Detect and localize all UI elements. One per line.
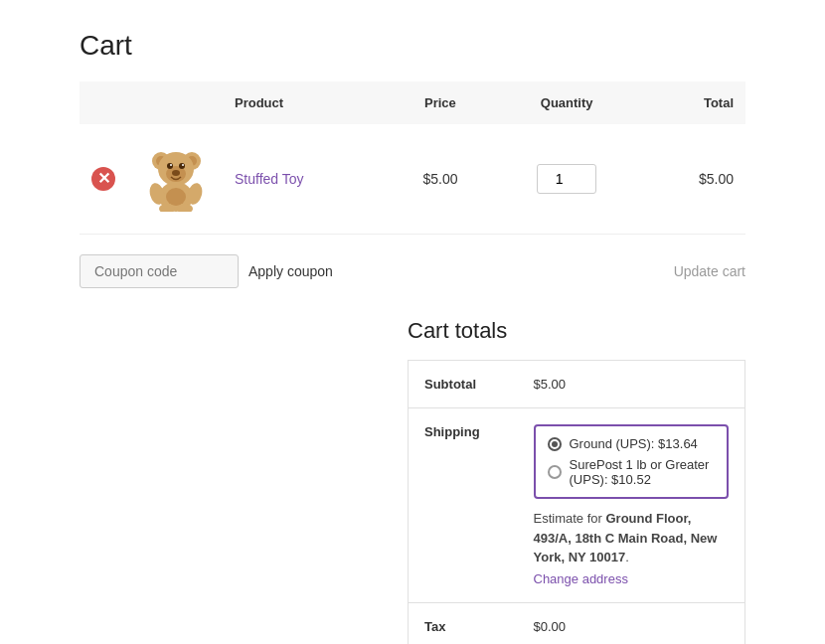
- tax-label: Tax: [409, 602, 518, 644]
- tax-value: $0.00: [518, 602, 745, 644]
- subtotal-label: Subtotal: [409, 361, 518, 408]
- product-link[interactable]: Stuffed Toy: [235, 171, 304, 187]
- col-header-total: Total: [641, 81, 745, 124]
- remove-item-button[interactable]: ✕: [91, 167, 115, 191]
- product-price-cell: $5.00: [388, 124, 492, 235]
- bear-icon: [149, 147, 204, 212]
- change-address-link[interactable]: Change address: [534, 571, 628, 586]
- totals-table: Subtotal $5.00 Shipping Ground (UPS): $1…: [408, 360, 745, 644]
- quantity-input[interactable]: [537, 164, 596, 194]
- product-thumbnail-cell: [129, 124, 223, 235]
- shipping-address: Ground Floor, 493/A, 18th C Main Road, N…: [534, 511, 718, 564]
- svg-point-8: [170, 164, 172, 166]
- subtotal-row: Subtotal $5.00: [409, 361, 745, 408]
- cart-table: Product Price Quantity Total ✕: [80, 81, 745, 235]
- shipping-radio-2[interactable]: [548, 465, 562, 479]
- shipping-option-2-label: SurePost 1 lb or Greater (UPS): $10.52: [570, 457, 716, 487]
- svg-point-7: [179, 163, 185, 169]
- svg-point-12: [166, 188, 186, 206]
- shipping-option-1-label: Ground (UPS): $13.64: [570, 436, 698, 451]
- shipping-option-2: SurePost 1 lb or Greater (UPS): $10.52: [548, 457, 716, 487]
- shipping-option-1: Ground (UPS): $13.64: [548, 436, 716, 451]
- product-thumbnail: [141, 144, 211, 214]
- product-name-cell: Stuffed Toy: [223, 124, 388, 235]
- remove-cell: ✕: [80, 124, 129, 235]
- tax-row: Tax $0.00: [409, 602, 745, 644]
- table-row: ✕: [80, 124, 745, 235]
- shipping-label: Shipping: [409, 408, 518, 603]
- page-title: Cart: [80, 30, 745, 62]
- update-cart-button[interactable]: Update cart: [674, 263, 745, 279]
- col-header-price: Price: [388, 81, 492, 124]
- cart-totals-section: Cart totals Subtotal $5.00 Shipping Grou…: [80, 318, 745, 644]
- remove-icon: ✕: [91, 167, 115, 191]
- subtotal-value: $5.00: [518, 361, 745, 408]
- cart-totals-container: Cart totals Subtotal $5.00 Shipping Grou…: [408, 318, 745, 644]
- shipping-radio-1[interactable]: [548, 437, 562, 451]
- coupon-row: Apply coupon Update cart: [80, 254, 745, 288]
- col-header-product: Product: [223, 81, 388, 124]
- svg-point-6: [167, 163, 173, 169]
- col-header-thumb: [129, 81, 223, 124]
- shipping-options-cell: Ground (UPS): $13.64 SurePost 1 lb or Gr…: [518, 408, 745, 603]
- product-total-cell: $5.00: [641, 124, 745, 235]
- shipping-estimate: Estimate for Ground Floor, 493/A, 18th C…: [534, 509, 730, 567]
- svg-point-10: [172, 170, 180, 176]
- product-qty-cell: [492, 124, 640, 235]
- apply-coupon-button[interactable]: Apply coupon: [248, 263, 333, 279]
- shipping-row: Shipping Ground (UPS): $13.64 SurePost 1…: [409, 408, 745, 603]
- svg-point-9: [182, 164, 184, 166]
- col-header-quantity: Quantity: [492, 81, 640, 124]
- cart-totals-title: Cart totals: [408, 318, 745, 344]
- col-header-remove: [80, 81, 129, 124]
- coupon-input[interactable]: [80, 254, 239, 288]
- shipping-options-box: Ground (UPS): $13.64 SurePost 1 lb or Gr…: [534, 424, 730, 499]
